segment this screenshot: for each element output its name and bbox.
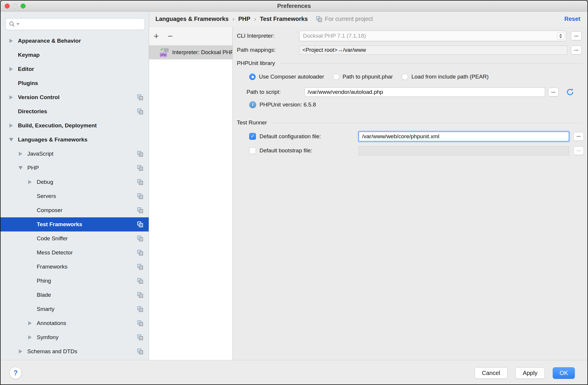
cancel-button[interactable]: Cancel	[475, 367, 507, 379]
default-bootstrap-file-input	[359, 146, 569, 155]
sidebar-item-debug[interactable]: Debug	[1, 175, 149, 189]
sidebar-item-directories[interactable]: Directories	[1, 104, 149, 119]
breadcrumb-languages-frameworks[interactable]: Languages & Frameworks	[155, 16, 229, 22]
apply-button[interactable]: Apply	[515, 367, 545, 379]
expand-arrow-icon[interactable]	[18, 151, 24, 157]
radio-path-to-phpunit-phar[interactable]: Path to phpunit.phar	[333, 74, 393, 80]
for-current-project-icon	[137, 179, 143, 185]
breadcrumb: Languages & Frameworks › PHP › Test Fram…	[149, 11, 587, 26]
breadcrumb-php[interactable]: PHP	[238, 16, 250, 22]
sidebar-item-build-execution-deployment[interactable]: Build, Execution, Deployment	[1, 119, 149, 133]
sidebar-item-label: Test Frameworks	[37, 221, 137, 228]
default-configuration-file-input[interactable]: /var/www/web/core/phpunit.xml	[359, 131, 569, 141]
path-mappings-browse-button[interactable]: ...	[571, 46, 582, 54]
sidebar-item-javascript[interactable]: JavaScript	[1, 147, 149, 161]
sidebar-item-blade[interactable]: Blade	[1, 288, 149, 302]
breadcrumb-test-frameworks[interactable]: Test Frameworks	[260, 16, 308, 22]
cli-interpreter-browse-button[interactable]: ...	[571, 31, 582, 40]
sidebar-item-label: Version Control	[18, 94, 137, 101]
radio-load-from-include-path[interactable]: Load from include path (PEAR)	[402, 74, 489, 80]
sidebar-item-version-control[interactable]: Version Control	[1, 90, 149, 104]
close-window-button[interactable]	[5, 4, 10, 9]
for-current-project-icon	[137, 207, 143, 214]
radio-use-composer-autoloader[interactable]: Use Composer autoloader	[249, 74, 324, 80]
traffic-lights	[5, 1, 26, 11]
for-current-project-icon	[137, 306, 143, 312]
sidebar-item-editor[interactable]: Editor	[1, 62, 149, 76]
help-button[interactable]: ?	[9, 367, 22, 379]
for-current-project-icon	[137, 151, 143, 157]
zoom-window-button[interactable]	[21, 4, 26, 9]
radio-selected-icon[interactable]	[249, 74, 256, 80]
sidebar-item-languages-frameworks[interactable]: Languages & Frameworks	[1, 133, 149, 147]
sidebar-item-label: JavaScript	[27, 151, 137, 157]
expand-arrow-icon[interactable]	[8, 38, 14, 44]
phpunit-version-text: PHPUnit version: 6.5.8	[259, 101, 316, 108]
minimize-window-button[interactable]	[13, 4, 18, 9]
reload-icon[interactable]	[566, 88, 574, 96]
arrow-spacer	[8, 52, 14, 58]
path-mappings-value: <Project root>→/var/www	[302, 47, 366, 53]
sidebar-item-code-sniffer[interactable]: Code Sniffer	[1, 231, 149, 246]
sidebar-item-symfony[interactable]: Symfony	[1, 330, 149, 344]
sidebar-item-label: Phing	[37, 278, 137, 284]
sidebar-item-plugins[interactable]: Plugins	[1, 76, 149, 90]
radio-unselected-icon[interactable]	[333, 74, 339, 80]
for-current-project-icon	[137, 108, 143, 115]
valid-check-icon: ✓	[160, 46, 164, 52]
default-bootstrap-file-checkbox[interactable]	[249, 147, 256, 154]
default-configuration-file-browse-button[interactable]: ...	[573, 132, 584, 141]
interpreter-list-item[interactable]: ✓ php Interpreter: Docksal PHP 7.1	[149, 45, 232, 59]
expand-arrow-icon[interactable]	[27, 320, 33, 326]
sidebar-item-label: Plugins	[18, 80, 143, 86]
sidebar-item-frameworks[interactable]: Frameworks	[1, 260, 149, 274]
default-bootstrap-file-label: Default bootstrap file:	[259, 147, 359, 154]
cli-interpreter-select[interactable]: Docksal PHP 7.1 (7.1.18)	[299, 31, 566, 41]
for-current-project-icon	[137, 193, 143, 199]
sidebar-item-label: Composer	[37, 207, 137, 214]
path-to-script-browse-button[interactable]: ...	[548, 88, 559, 96]
sidebar-item-phing[interactable]: Phing	[1, 274, 149, 288]
scope-indicator: For current project	[316, 16, 373, 22]
settings-search-input[interactable]	[5, 18, 145, 30]
scope-label: For current project	[325, 16, 373, 22]
reset-link[interactable]: Reset	[564, 16, 580, 22]
breadcrumb-separator: ›	[232, 16, 234, 22]
ok-button[interactable]: OK	[553, 367, 575, 379]
sidebar-item-appearance-behavior[interactable]: Appearance & Behavior	[1, 34, 149, 48]
sidebar-item-mess-detector[interactable]: Mess Detector	[1, 246, 149, 260]
sidebar-item-composer[interactable]: Composer	[1, 203, 149, 217]
expand-arrow-icon[interactable]	[8, 123, 14, 129]
arrow-spacer	[8, 109, 14, 114]
sidebar-item-servers[interactable]: Servers	[1, 189, 149, 203]
path-mappings-label: Path mappings:	[237, 47, 299, 53]
default-configuration-file-checkbox[interactable]: ✓	[249, 133, 256, 140]
sidebar-item-schemas-and-dtds[interactable]: Schemas and DTDs	[1, 344, 149, 359]
path-mappings-field[interactable]: <Project root>→/var/www	[299, 46, 567, 55]
expand-arrow-icon[interactable]	[27, 179, 33, 185]
default-bootstrap-file-browse-button: ...	[573, 146, 584, 155]
collapse-arrow-icon[interactable]	[8, 137, 14, 143]
expand-arrow-icon[interactable]	[18, 349, 24, 354]
add-interpreter-button[interactable]: +	[154, 32, 159, 41]
sidebar-item-label: Build, Execution, Deployment	[18, 122, 143, 129]
path-to-script-input[interactable]: /var/www/vendor/autoload.php	[304, 87, 545, 97]
sidebar-item-smarty[interactable]: Smarty	[1, 302, 149, 316]
sidebar-item-php[interactable]: PHP	[1, 161, 149, 175]
sidebar-item-annotations[interactable]: Annotations	[1, 316, 149, 330]
sidebar-item-keymap[interactable]: Keymap	[1, 48, 149, 62]
expand-arrow-icon[interactable]	[8, 66, 14, 72]
settings-tree: Appearance & BehaviorKeymapEditorPlugins…	[1, 34, 149, 360]
sidebar-item-label: Mess Detector	[37, 249, 137, 256]
arrow-spacer	[27, 292, 33, 298]
expand-arrow-icon[interactable]	[8, 94, 14, 100]
sidebar-item-test-frameworks[interactable]: Test Frameworks	[1, 217, 149, 231]
expand-arrow-icon[interactable]	[27, 334, 33, 340]
search-options-caret-icon[interactable]	[16, 23, 19, 25]
sidebar-item-label: Languages & Frameworks	[18, 136, 143, 143]
radio-unselected-icon[interactable]	[402, 74, 408, 80]
stepper-icon[interactable]	[557, 32, 564, 40]
sidebar-item-label: Keymap	[18, 52, 143, 58]
collapse-arrow-icon[interactable]	[18, 165, 24, 171]
remove-interpreter-button[interactable]: −	[168, 32, 173, 41]
